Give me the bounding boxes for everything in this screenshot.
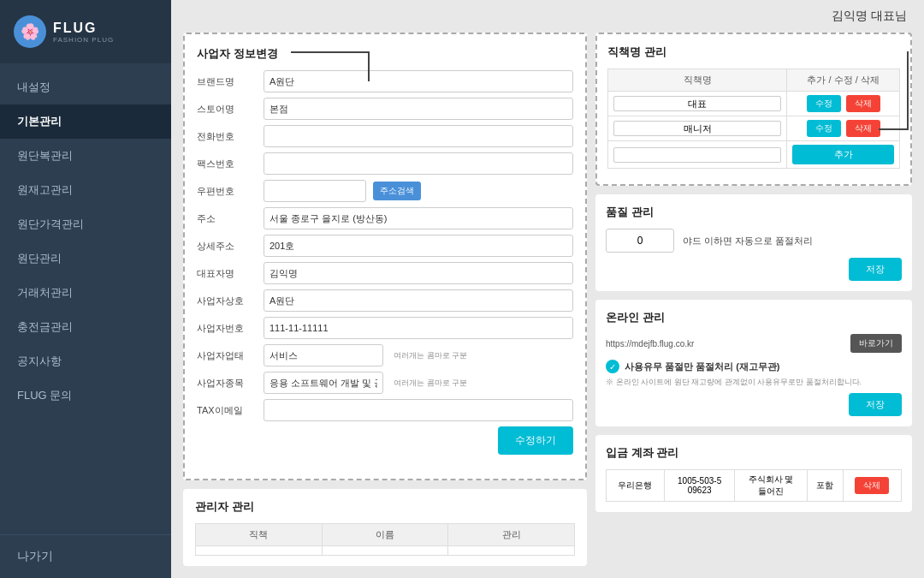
job-name-input-1[interactable] (613, 96, 781, 111)
logo-name: FLUG (53, 21, 114, 36)
right-panel: 직책명 관리 직책명 추가 / 수정 / 삭제 (595, 33, 912, 566)
delete-button-1[interactable]: 삭제 (846, 95, 880, 112)
quality-card: 품질 관리 야드 이하면 자동으로 품절처리 저장 (595, 194, 912, 291)
left-panel: 사업자 정보변경 브랜드명 스토어명 전화번호 팩스번호 (183, 33, 587, 566)
brand-row: 브랜드명 (197, 70, 573, 92)
table-row: 우리은행 1005-503-509623 주식회사 몇들어진 포함 삭제 (607, 470, 902, 502)
checkbox-row: ✓ 사용유무 품절만 품절처리 (재고무관) (606, 360, 902, 373)
biz-name-row: 사업자상호 (197, 289, 573, 312)
job-title-title: 직책명 관리 (607, 45, 900, 60)
store-label: 스토어명 (197, 103, 257, 116)
biz-item-label: 사업자종목 (197, 377, 257, 390)
biz-num-row: 사업자번호 (197, 317, 573, 339)
sidebar-item-basic[interactable]: 기본관리 (0, 104, 171, 139)
sidebar: 🌸 FLUG FASHION PLUG 내설정 기본관리 원단복관리 원재고관리… (0, 0, 171, 578)
admin-col-name: 이름 (322, 524, 448, 546)
biz-type-hint: 여러개는 콤마로 구분 (394, 350, 467, 361)
zip-label: 우편번호 (197, 185, 257, 198)
phone-label: 전화번호 (197, 130, 257, 143)
zip-input[interactable] (264, 180, 366, 202)
quality-row: 야드 이하면 자동으로 품절처리 (606, 229, 902, 253)
online-url-row: https://mdejfb.flug.co.kr 바로가기 (606, 334, 902, 353)
sidebar-item-fabric-copy[interactable]: 원단복관리 (0, 139, 171, 173)
online-save-button[interactable]: 저장 (849, 393, 902, 416)
biz-type-input[interactable] (264, 344, 383, 366)
job-col-actions: 추가 / 수정 / 삭제 (787, 69, 900, 92)
sidebar-item-fabric-price[interactable]: 원단가격관리 (0, 207, 171, 241)
brand-input[interactable] (264, 70, 573, 92)
address-detail-row: 상세주소 (197, 235, 573, 257)
delete-button-2[interactable]: 삭제 (846, 120, 880, 137)
connector-right-v (907, 51, 909, 130)
sidebar-item-raw-stock[interactable]: 원재고관리 (0, 173, 171, 207)
sidebar-item-notice[interactable]: 공지사항 (0, 344, 171, 378)
table-row: 추가 (608, 141, 900, 169)
fax-input[interactable] (264, 152, 573, 175)
quality-input[interactable] (606, 229, 674, 253)
ceo-input[interactable] (264, 262, 573, 284)
edit-button-2[interactable]: 수정 (807, 120, 841, 137)
sidebar-logout[interactable]: 나가기 (0, 534, 171, 578)
phone-row: 전화번호 (197, 125, 573, 147)
quality-title: 품질 관리 (606, 205, 902, 220)
edit-button-1[interactable]: 수정 (807, 95, 841, 112)
top-bar: 김익명 대표님 (171, 0, 924, 33)
bank-table: 우리은행 1005-503-509623 주식회사 몇들어진 포함 삭제 (606, 469, 902, 502)
bank-card: 입금 계좌 관리 우리은행 1005-503-509623 주식회사 몇들어진 … (595, 435, 912, 512)
bank-holder: 주식회사 몇들어진 (735, 470, 807, 502)
submit-button[interactable]: 수정하기 (498, 426, 573, 455)
checkbox-icon: ✓ (606, 360, 619, 373)
connector-top (368, 51, 370, 81)
admin-table: 직책 이름 관리 (195, 523, 575, 556)
logo-sub: FASHION PLUG (53, 36, 114, 44)
logo: 🌸 FLUG FASHION PLUG (0, 0, 171, 63)
biz-item-input[interactable] (264, 372, 383, 394)
zip-row: 우편번호 주소검색 (197, 180, 573, 202)
bank-name: 우리은행 (607, 470, 665, 502)
bank-delete-button[interactable]: 삭제 (855, 477, 889, 494)
goto-button[interactable]: 바로가기 (850, 334, 902, 353)
online-url: https://mdejfb.flug.co.kr (606, 339, 844, 349)
logo-icon: 🌸 (14, 15, 46, 48)
store-input[interactable] (264, 98, 573, 120)
main-content: 김익명 대표님 사업자 정보변경 브랜드명 스토어명 (171, 0, 924, 578)
biz-num-input[interactable] (264, 317, 573, 339)
add-job-button[interactable]: 추가 (792, 145, 894, 164)
phone-input[interactable] (264, 125, 573, 147)
fax-row: 팩스번호 (197, 152, 573, 175)
quality-save-button[interactable]: 저장 (849, 258, 902, 281)
table-row: 수정 삭제 (608, 92, 900, 116)
biz-item-row: 사업자종목 여러개는 콤마로 구분 (197, 372, 573, 394)
connector-right (879, 128, 909, 130)
address-input[interactable] (264, 207, 573, 229)
job-table: 직책명 추가 / 수정 / 삭제 수정 삭제 (607, 69, 900, 169)
sidebar-item-trade[interactable]: 거래처관리 (0, 276, 171, 310)
sidebar-item-charge[interactable]: 충전금관리 (0, 310, 171, 344)
business-info-card: 사업자 정보변경 브랜드명 스토어명 전화번호 팩스번호 (183, 33, 587, 480)
bank-include: 포함 (807, 470, 843, 502)
sidebar-item-settings[interactable]: 내설정 (0, 70, 171, 104)
biz-type-label: 사업자업태 (197, 349, 257, 362)
quality-description: 야드 이하면 자동으로 품절처리 (683, 235, 813, 247)
admin-col-manage: 관리 (448, 524, 575, 546)
tax-email-label: TAX이메일 (197, 404, 257, 417)
tax-email-input[interactable] (264, 399, 573, 421)
job-name-input-2[interactable] (613, 121, 781, 136)
address-detail-input[interactable] (264, 235, 573, 257)
online-note: ※ 온라인 사이트에 원단 재고량에 관계없이 사용유무로만 품절처리합니다. (606, 377, 902, 388)
sidebar-item-flug[interactable]: FLUG 문의 (0, 378, 171, 413)
job-name-input-3[interactable] (613, 147, 781, 163)
address-search-button[interactable]: 주소검색 (373, 182, 421, 200)
address-row: 주소 (197, 207, 573, 229)
biz-name-input[interactable] (264, 289, 573, 312)
sidebar-item-fabric[interactable]: 원단관리 (0, 241, 171, 276)
content-area: 사업자 정보변경 브랜드명 스토어명 전화번호 팩스번호 (171, 33, 924, 578)
sidebar-nav: 내설정 기본관리 원단복관리 원재고관리 원단가격관리 원단관리 거래처관리 충… (0, 63, 171, 534)
biz-name-label: 사업자상호 (197, 295, 257, 307)
tax-email-row: TAX이메일 (197, 399, 573, 421)
job-title-card: 직책명 관리 직책명 추가 / 수정 / 삭제 (595, 33, 912, 186)
ceo-label: 대표자명 (197, 267, 257, 280)
business-info-title: 사업자 정보변경 (197, 46, 573, 62)
connector-top-h (291, 51, 370, 53)
ceo-row: 대표자명 (197, 262, 573, 284)
